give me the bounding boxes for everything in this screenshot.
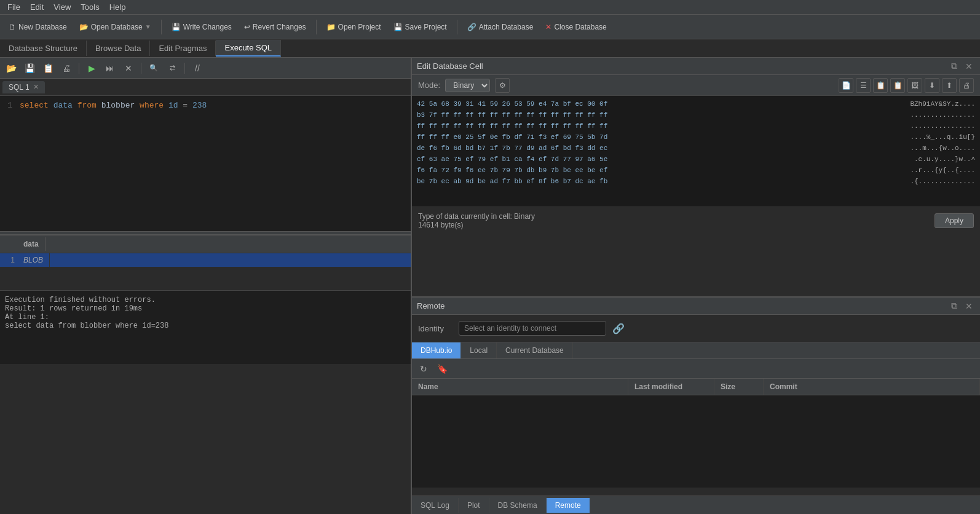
new-text-button[interactable]: 📄 [839,78,853,93]
remote-titlebar: Remote ⧉ ✕ [412,298,980,315]
identity-select[interactable]: Select an identity to connect [459,321,606,336]
run-button[interactable]: ▶ [84,61,99,76]
write-changes-button[interactable]: 💾 Write Changes [167,21,237,33]
db-table: Name Last modified Size Commit [412,379,980,496]
sub-tab-local[interactable]: Local [461,342,497,358]
binary-row-2: ff ff ff ff ff ff ff ff ff ff ff ff ff f… [417,121,975,132]
edit-cell-controls: ⧉ ✕ [948,60,975,73]
list-button[interactable]: ☰ [856,78,871,93]
open-file-button[interactable]: 📂 [4,61,18,76]
bottom-tab-plot[interactable]: Plot [459,498,489,513]
editor-sep-2 [141,63,141,74]
sql-tab-label: SQL 1 [9,83,30,92]
menu-tools[interactable]: Tools [76,1,104,13]
open-project-button[interactable]: 📁 Open Project [322,21,386,33]
sub-tab-current-db[interactable]: Current Database [497,342,573,358]
export-button[interactable]: ⬆ [942,78,957,93]
cell-info: Type of data currently in cell: Binary 1… [412,207,980,234]
edit-cell-titlebar: Edit Database Cell ⧉ ✕ [412,58,980,75]
find-button[interactable]: 🔍 [146,61,161,76]
results-header: data [0,235,411,253]
menu-view[interactable]: View [49,1,76,13]
remote-close-button[interactable]: ✕ [963,300,975,312]
save-project-button[interactable]: 💾 Save Project [389,21,452,33]
apply-button[interactable]: Apply [935,213,974,228]
refresh-button[interactable]: ↻ [416,361,432,377]
identity-row: Identity Select an identity to connect 🔗 [412,315,980,342]
print-cell-button[interactable]: 🖨 [959,78,974,93]
comment-button[interactable]: // [190,61,205,76]
code-editor[interactable]: 1 select data from blobber where id = 23… [0,96,411,231]
bottom-tab-remote[interactable]: Remote [547,498,590,513]
sub-tab-dbhub[interactable]: DBHub.io [412,342,461,358]
column-id: id [168,101,178,110]
mode-settings-button[interactable]: ⚙ [495,78,510,93]
copy-button[interactable]: 📋 [873,78,888,93]
import-button[interactable]: ⬇ [925,78,939,93]
print-button[interactable]: 🖨 [59,61,74,76]
ascii-4: ...m...{w..o.... [905,143,975,154]
column-data: data [53,101,73,110]
ascii-7: .{.............. [905,176,975,187]
image-button[interactable]: 🖼 [907,78,922,93]
open-database-button[interactable]: 📂 Open Database ▼ [74,21,156,33]
col-header-modified: Last modified [628,379,714,395]
ascii-5: .c.u.y....}w..^ [909,154,975,165]
keyword-from: from [77,101,97,110]
clear-button[interactable]: ✕ [121,61,136,76]
editor-toolbar: 📂 💾 📋 🖨 ▶ ⏭ ✕ 🔍 ⇄ // [0,58,411,79]
sql-tab-1[interactable]: SQL 1 ✕ [2,81,45,93]
cell-info-texts: Type of data currently in cell: Binary 1… [418,212,535,229]
new-database-button[interactable]: 🗋 New Database [4,21,72,33]
close-database-button[interactable]: ✕ Close Database [540,21,611,33]
binary-display: 42 5a 68 39 31 41 59 26 53 59 e4 7a bf e… [412,96,980,207]
revert-changes-button[interactable]: ↩ Revert Changes [239,21,311,33]
attach-database-button[interactable]: 🔗 Attach Database [462,21,539,33]
replace-button[interactable]: ⇄ [165,61,180,76]
menu-file[interactable]: File [2,1,25,13]
paste-button[interactable]: 📋 [890,78,905,93]
add-button[interactable]: 🔖 [434,361,450,377]
bottom-tab-db-schema[interactable]: DB Schema [489,498,547,513]
identity-connect-icon[interactable]: 🔗 [612,323,625,334]
sql-tabs: SQL 1 ✕ [0,79,411,96]
edit-cell-title: Edit Database Cell [417,61,483,71]
toolbar-separator-3 [457,20,457,34]
row-number-1: 1 [0,253,17,267]
hex-4: de f6 fb 6d bd b7 1f 7b 77 d9 ad 6f bd f… [417,143,900,154]
edit-cell-close-button[interactable]: ✕ [963,60,975,73]
menu-edit[interactable]: Edit [25,1,49,13]
save-as-button[interactable]: 📋 [41,61,55,76]
stop-run-button[interactable]: ⏭ [103,61,117,76]
hex-5: cf 63 ae 75 ef 79 ef b1 ca f4 ef 7d 77 9… [417,154,904,165]
ascii-1: ................ [905,109,975,121]
tab-edit-pragmas[interactable]: Edit Pragmas [150,41,216,56]
bottom-tab-sql-log[interactable]: SQL Log [412,498,459,513]
tab-execute-sql[interactable]: Execute SQL [216,40,281,57]
results-area: data 1 BLOB [0,235,411,290]
hex-7: be 7b ec ab 9d be ad f7 bb ef 8f b6 b7 d… [417,176,900,187]
save-file-button[interactable]: 💾 [22,61,37,76]
remote-float-button[interactable]: ⧉ [948,300,960,312]
tab-browse-data[interactable]: Browse Data [87,41,150,56]
edit-database-cell-panel: Edit Database Cell ⧉ ✕ Mode: Binary ⚙ 📄 [412,58,980,298]
binary-row-0: 42 5a 68 39 31 41 59 26 53 59 e4 7a bf e… [417,98,975,109]
table-blobber: blobber [101,101,135,110]
sql-editor-area: 📂 💾 📋 🖨 ▶ ⏭ ✕ 🔍 ⇄ // SQL 1 ✕ [0,58,411,514]
remote-controls: ⧉ ✕ [948,300,975,312]
code-content[interactable]: select data from blobber where id = 238 [20,101,207,226]
cell-type-text: Type of data currently in cell: Binary [418,212,535,221]
sql-tab-close[interactable]: ✕ [33,83,39,91]
tab-database-structure[interactable]: Database Structure [0,41,87,56]
menu-help[interactable]: Help [105,1,131,13]
hex-3: ff ff ff e0 25 5f 0e fb df 71 f3 ef 69 7… [417,132,900,143]
mode-select[interactable]: Binary [445,79,490,92]
binary-row-5: cf 63 ae 75 ef 79 ef b1 ca f4 ef 7d 77 9… [417,154,975,165]
table-row[interactable]: 1 BLOB [0,253,411,267]
log-text-4: select data from blobber where id=238 [5,322,406,330]
mode-row: Mode: Binary ⚙ 📄 ☰ 📋 📋 🖼 ⬇ ⬆ 🖨 [412,75,980,96]
edit-cell-float-button[interactable]: ⧉ [948,60,960,73]
remote-title: Remote [417,301,445,310]
ascii-2: ................ [905,121,975,132]
value-238: 238 [192,101,207,110]
